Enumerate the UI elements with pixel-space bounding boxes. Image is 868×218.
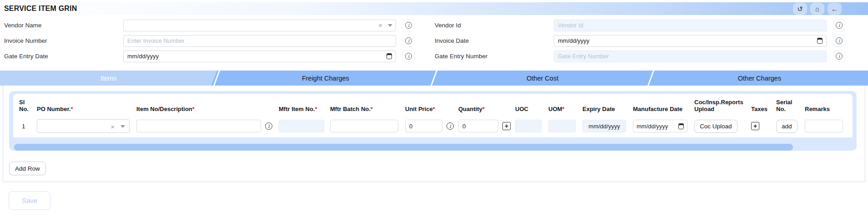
manufacture-date-input[interactable]: mm/dd/yyyy	[633, 120, 687, 132]
gate-entry-date-input[interactable]: mm/dd/yyyy	[123, 51, 396, 62]
po-number-select[interactable]: ×	[37, 119, 130, 133]
column-manufacture-date: Manufacture Date mm/dd/yyyy	[633, 95, 688, 137]
home-button[interactable]: ⌂	[810, 3, 824, 15]
page-header: SERVICE ITEM GRIN ↺ ⌂ ←	[0, 2, 868, 15]
info-icon[interactable]: i	[447, 122, 454, 130]
gate-entry-date-label: Gate Entry Date	[4, 53, 123, 60]
calendar-icon[interactable]	[817, 38, 823, 44]
gate-entry-date-row: Gate Entry Date mm/dd/yyyy i	[4, 50, 434, 62]
grin-form: Vendor Name × i Vendor Id i Invoice Numb…	[0, 15, 868, 68]
vendor-name-row: Vendor Name × i	[4, 19, 434, 31]
header-nav-buttons: ↺ ⌂ ←	[793, 3, 842, 15]
vendor-id-label: Vendor Id	[435, 22, 554, 29]
info-icon[interactable]: i	[402, 50, 415, 62]
info-icon[interactable]: i	[833, 50, 845, 62]
calendar-icon[interactable]	[678, 123, 684, 129]
column-mftr-batch-no: Mftr Batch No.*	[330, 95, 399, 137]
info-icon[interactable]: i	[265, 122, 272, 130]
vendor-id-row: Vendor Id i	[435, 19, 864, 31]
items-table: Sl No. 1 PO Number. * ×	[9, 91, 857, 151]
items-panel: Sl No. 1 PO Number. * ×	[3, 86, 865, 182]
coc-upload-button[interactable]: Coc Upload	[694, 120, 738, 133]
column-po-number: PO Number. * ×	[37, 95, 130, 137]
invoice-number-input[interactable]	[123, 35, 396, 47]
horizontal-scrollbar[interactable]	[14, 144, 852, 151]
scrollbar-thumb[interactable]	[14, 144, 793, 151]
column-mftr-item-no: Mftr Item No.*	[279, 95, 324, 137]
page-title: SERVICE ITEM GRIN	[4, 5, 77, 13]
items-table-grid: Sl No. 1 PO Number. * ×	[13, 94, 853, 137]
back-button[interactable]: ←	[828, 3, 842, 15]
tab-items[interactable]: Items	[0, 71, 217, 86]
save-button[interactable]: Save	[9, 191, 50, 210]
clear-icon[interactable]: ×	[378, 22, 382, 29]
column-coc-reports-upload: Coc/Insp.Reports Upload Coc Upload	[694, 95, 745, 137]
invoice-date-row: Invoice Date mm/dd/yyyy i	[435, 35, 864, 47]
uom-input	[548, 120, 576, 132]
column-expiry-date: Expiry Date mm/dd/yyyy	[582, 95, 627, 137]
gate-entry-number-input	[554, 51, 827, 62]
unit-price-input[interactable]	[405, 120, 442, 132]
footer-actions: Save	[0, 182, 868, 210]
item-description-input[interactable]	[136, 120, 261, 132]
section-tabs: Items Freight Charges Other Cost Other C…	[0, 71, 868, 86]
invoice-number-label: Invoice Number	[4, 37, 123, 44]
quantity-input[interactable]	[458, 120, 498, 132]
mftr-item-no-input	[279, 120, 324, 132]
vendor-name-select[interactable]: ×	[123, 20, 396, 31]
home-icon: ⌂	[815, 5, 819, 12]
invoice-date-label: Invoice Date	[435, 37, 554, 44]
row-sl-number: 1	[19, 123, 25, 130]
invoice-number-row: Invoice Number i	[4, 35, 434, 47]
back-icon: ←	[831, 5, 838, 12]
uoc-input	[515, 120, 542, 132]
gate-entry-number-label: Gate Entry Number	[435, 53, 554, 60]
caret-down-icon[interactable]	[388, 24, 392, 27]
column-sl-no: Sl No. 1	[19, 95, 31, 137]
serial-add-button[interactable]: add	[776, 120, 798, 133]
service-item-grin-page: SERVICE ITEM GRIN ↺ ⌂ ← Vendor Name × i …	[0, 2, 868, 218]
taxes-expand-icon[interactable]: +	[751, 122, 759, 130]
column-quantity: Quantity* +	[458, 95, 509, 137]
column-uom: UOM*	[548, 95, 577, 137]
tab-other-charges[interactable]: Other Charges	[651, 71, 868, 86]
column-serial-no: Serial No. add	[776, 95, 799, 137]
info-icon[interactable]: i	[833, 35, 845, 47]
history-icon: ↺	[797, 5, 803, 12]
quantity-expand-icon[interactable]: +	[502, 122, 511, 130]
info-icon[interactable]: i	[402, 35, 415, 47]
calendar-icon[interactable]	[386, 53, 392, 59]
expiry-date-input: mm/dd/yyyy	[582, 120, 626, 132]
info-icon[interactable]: i	[833, 19, 845, 31]
column-remarks: Remarks	[805, 95, 843, 137]
vendor-id-input	[554, 20, 827, 31]
tab-other-cost[interactable]: Other Cost	[434, 71, 651, 86]
info-icon[interactable]: i	[402, 19, 415, 31]
column-unit-price: Unit Price* i	[405, 95, 452, 137]
add-row-button[interactable]: Add Row	[9, 162, 46, 175]
caret-down-icon[interactable]	[120, 125, 125, 128]
vendor-name-input[interactable]	[123, 20, 396, 31]
remarks-input[interactable]	[805, 120, 843, 132]
vendor-name-label: Vendor Name	[4, 22, 123, 29]
gate-entry-number-row: Gate Entry Number i	[435, 50, 864, 62]
invoice-date-input[interactable]: mm/dd/yyyy	[554, 35, 827, 47]
column-uoc: UOC	[515, 95, 542, 137]
column-taxes: Taxes +	[751, 95, 770, 137]
mftr-batch-no-input[interactable]	[330, 120, 398, 132]
clear-icon[interactable]: ×	[110, 123, 115, 130]
column-item-no-description: Item No/Description * i	[136, 95, 273, 137]
history-button[interactable]: ↺	[793, 3, 807, 15]
tab-freight-charges[interactable]: Freight Charges	[217, 71, 434, 86]
